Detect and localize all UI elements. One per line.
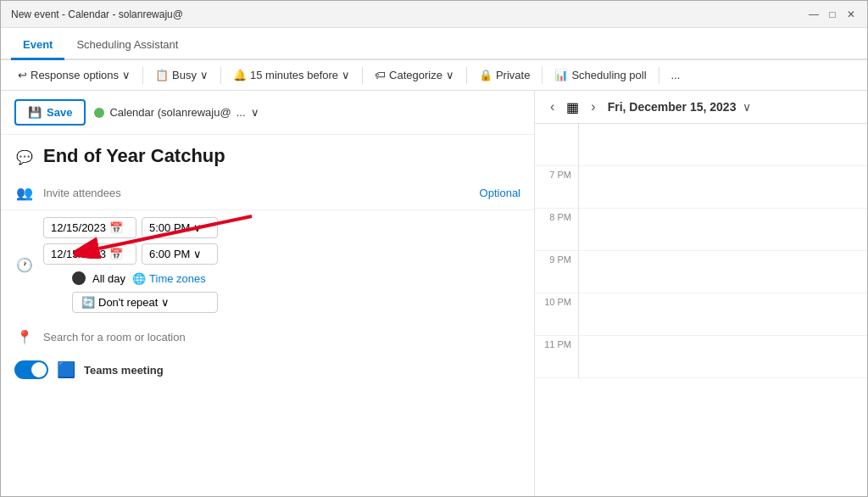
busy-button[interactable]: 📋 Busy ∨	[148, 65, 215, 85]
start-date-input[interactable]: 12/15/2023 📅	[43, 217, 136, 238]
location-input[interactable]	[43, 331, 520, 343]
time-label-9pm: 9 PM	[535, 251, 579, 293]
time-slot-9pm: 9 PM	[535, 251, 867, 293]
calendar-body: 7 PM 8 PM 9 PM 10 PM 11 PM	[535, 124, 867, 496]
calendar-icon: 📅	[109, 221, 123, 234]
time-content-9pm	[579, 251, 867, 293]
attendees-input[interactable]	[43, 187, 471, 199]
time-label-11pm: 11 PM	[535, 336, 579, 377]
time-slot-blank	[535, 124, 867, 166]
attendees-row: 👥 Optional	[1, 176, 534, 210]
tag-icon: 🏷	[375, 69, 386, 81]
categorize-button[interactable]: 🏷 Categorize ∨	[368, 65, 461, 85]
calendar-date-label: Fri, December 15, 2023	[608, 100, 737, 114]
reminder-button[interactable]: 🔔 15 minutes before ∨	[226, 65, 357, 85]
calendar-header: ‹ ▦ › Fri, December 15, 2023 ∨	[535, 91, 867, 124]
calendar-color-dot	[94, 108, 104, 118]
busy-icon: 📋	[155, 69, 169, 81]
date-time-group: 12/15/2023 📅 5:00 PM ∨ 12/15/2023 📅	[43, 217, 218, 313]
start-time-input[interactable]: 5:00 PM ∨	[142, 217, 218, 238]
window-title: New event - Calendar - solanrewaju@	[11, 8, 183, 20]
attendees-icon: 👥	[14, 182, 35, 203]
save-icon: 💾	[28, 106, 42, 119]
time-label-10pm: 10 PM	[535, 293, 579, 335]
left-panel: 💾 Save Calendar (solanrewaju@ ... ∨	[1, 91, 535, 496]
optional-link[interactable]: Optional	[480, 187, 520, 199]
time-label-7pm: 7 PM	[535, 166, 579, 208]
time-slot-10pm: 10 PM	[535, 293, 867, 336]
main-content: 💾 Save Calendar (solanrewaju@ ... ∨	[1, 91, 867, 496]
today-icon[interactable]: ▦	[566, 99, 579, 115]
end-date-time-row: 12/15/2023 📅 6:00 PM ∨	[43, 243, 218, 265]
more-options-icon: ...	[236, 106, 246, 119]
chevron-down-icon: ∨	[122, 69, 131, 81]
chevron-down-icon: ∨	[251, 106, 259, 119]
minimize-button[interactable]: —	[808, 8, 820, 20]
right-panel: ‹ ▦ › Fri, December 15, 2023 ∨ 7 PM 8 PM	[535, 91, 867, 496]
chevron-down-icon: ∨	[193, 248, 202, 260]
bell-icon: 🔔	[233, 69, 247, 81]
time-content-8pm	[579, 209, 867, 250]
teams-toggle[interactable]	[14, 360, 48, 379]
chat-icon: 💬	[14, 147, 35, 167]
dont-repeat-button[interactable]: 🔄 Don't repeat ∨	[72, 292, 218, 313]
title-bar: New event - Calendar - solanrewaju@ — □ …	[1, 1, 867, 28]
time-content-11pm	[579, 336, 867, 377]
clock-icon: 🕐	[14, 255, 35, 276]
location-icon: 📍	[14, 327, 35, 347]
time-zones-button[interactable]: 🌐 Time zones	[132, 272, 206, 285]
chart-icon: 📊	[554, 69, 568, 81]
maximize-button[interactable]: □	[826, 8, 838, 20]
save-button[interactable]: 💾 Save	[14, 99, 86, 126]
response-options-button[interactable]: ↩ Response options ∨	[11, 65, 137, 85]
tab-scheduling-assistant[interactable]: Scheduling Assistant	[64, 31, 190, 60]
more-button[interactable]: ...	[665, 65, 687, 85]
toolbar: ↩ Response options ∨ 📋 Busy ∨ 🔔 15 minut…	[1, 60, 867, 91]
time-content-7pm	[579, 166, 867, 208]
end-time-input[interactable]: 6:00 PM ∨	[142, 243, 218, 265]
tab-event[interactable]: Event	[11, 31, 64, 60]
scheduling-poll-button[interactable]: 📊 Scheduling poll	[548, 65, 653, 85]
chevron-down-icon: ∨	[200, 69, 209, 81]
separator-2	[220, 67, 221, 84]
chevron-down-icon: ∨	[161, 296, 170, 309]
repeat-icon: 🔄	[81, 296, 95, 309]
teams-row: 🟦 Teams meeting	[1, 354, 534, 386]
separator-6	[659, 67, 659, 84]
response-icon: ↩	[18, 69, 27, 81]
lock-icon: 🔒	[479, 69, 492, 81]
event-title-row: 💬	[1, 135, 534, 176]
next-nav-button[interactable]: ›	[586, 98, 600, 116]
teams-icon: 🟦	[57, 360, 75, 379]
save-calendar-row: 💾 Save Calendar (solanrewaju@ ... ∨	[1, 91, 534, 135]
separator-5	[542, 67, 542, 84]
time-slot-11pm: 11 PM	[535, 336, 867, 378]
event-title-input[interactable]	[43, 145, 520, 169]
all-day-checkbox[interactable]	[72, 271, 86, 285]
prev-nav-button[interactable]: ‹	[545, 98, 559, 116]
chevron-down-icon: ∨	[342, 69, 350, 81]
teams-label: Teams meeting	[84, 364, 164, 377]
start-date-time-row: 12/15/2023 📅 5:00 PM ∨	[43, 217, 218, 238]
location-row: 📍	[1, 320, 534, 354]
separator-4	[466, 67, 467, 84]
time-label-blank	[535, 124, 579, 165]
all-day-label: All day	[92, 272, 125, 285]
separator-1	[142, 67, 143, 84]
time-content-blank	[579, 124, 867, 165]
calendar-icon: 📅	[109, 248, 123, 260]
close-button[interactable]: ✕	[845, 8, 857, 20]
datetime-row: 🕐 12/15/2023 📅 5:00 PM ∨	[1, 210, 534, 320]
all-day-row: All day 🌐 Time zones	[72, 270, 218, 287]
app-window: New event - Calendar - solanrewaju@ — □ …	[0, 0, 868, 497]
calendar-selector[interactable]: Calendar (solanrewaju@ ... ∨	[94, 106, 259, 119]
chevron-down-icon: ∨	[193, 221, 202, 234]
chevron-down-icon: ∨	[446, 69, 454, 81]
tabs-bar: Event Scheduling Assistant	[1, 28, 867, 60]
private-button[interactable]: 🔒 Private	[472, 65, 537, 85]
time-content-10pm	[579, 293, 867, 335]
calendar-date-dropdown[interactable]: ∨	[743, 100, 751, 114]
time-slot-8pm: 8 PM	[535, 209, 867, 251]
time-slot-7pm: 7 PM	[535, 166, 867, 209]
end-date-input[interactable]: 12/15/2023 📅	[43, 243, 136, 265]
